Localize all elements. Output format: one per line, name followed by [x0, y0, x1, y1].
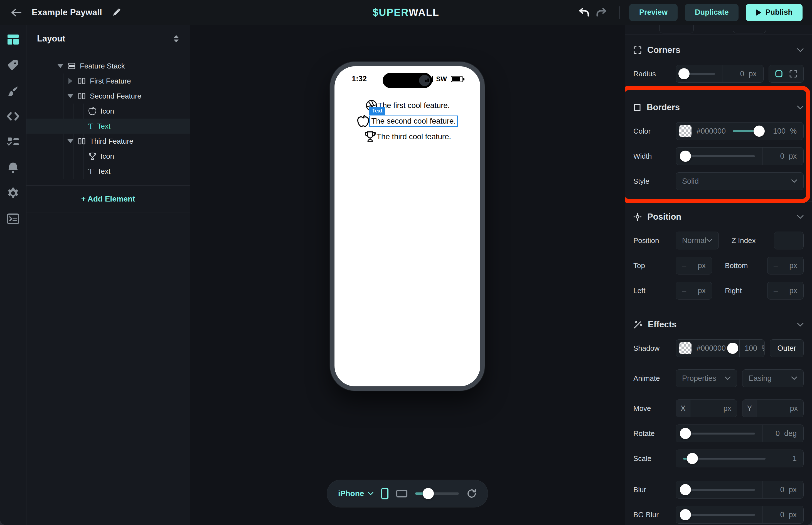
tree-item-icon[interactable]: Icon: [27, 104, 190, 119]
radius-slider[interactable]: [676, 73, 722, 75]
undo-icon[interactable]: [579, 7, 589, 17]
add-element-button[interactable]: + Add Element: [27, 186, 190, 212]
border-width-input[interactable]: 0px: [762, 148, 803, 165]
chevron-down-icon: [791, 179, 797, 183]
paintbrush-icon[interactable]: [6, 84, 20, 97]
portrait-orientation-button[interactable]: [381, 488, 388, 499]
blur-input[interactable]: 0px: [762, 481, 803, 498]
canvas[interactable]: 1:32 SW The first cool feature.: [190, 25, 625, 525]
zoom-slider-thumb[interactable]: [423, 488, 434, 499]
shadow-color-control: #000000 100%: [676, 339, 765, 357]
blur-slider[interactable]: [676, 489, 762, 491]
text-icon: T: [88, 122, 93, 130]
tree-item-feature-stack[interactable]: Feature Stack: [27, 58, 190, 74]
sort-icon[interactable]: [173, 34, 179, 43]
expand-arrow-icon[interactable]: [67, 94, 73, 98]
shadow-opacity-slider[interactable]: [726, 340, 739, 357]
border-opacity-input[interactable]: 100%: [767, 122, 803, 140]
per-corner-radius-icon[interactable]: [789, 70, 798, 78]
iphone-preview-frame: 1:32 SW The first cool feature.: [330, 62, 485, 391]
tree-item-first-feature[interactable]: First Feature: [27, 74, 190, 89]
shadow-opacity-input[interactable]: 100%: [739, 340, 765, 357]
tree-item-icon[interactable]: Icon: [27, 149, 190, 164]
border-color-hex[interactable]: #000000: [696, 127, 726, 136]
edit-title-pencil-icon[interactable]: [112, 8, 121, 17]
top-input[interactable]: –px: [676, 257, 712, 274]
back-icon[interactable]: [11, 8, 22, 17]
blur-label: Blur: [633, 485, 676, 494]
move-label: Move: [633, 404, 676, 413]
gear-icon[interactable]: [6, 186, 20, 200]
bgblur-input[interactable]: 0px: [762, 506, 803, 523]
tree-item-text[interactable]: T Text: [27, 164, 190, 179]
expand-arrow-icon[interactable]: [67, 139, 73, 143]
move-x-input[interactable]: X – px: [676, 400, 737, 417]
move-y-input[interactable]: Y – px: [742, 400, 804, 417]
border-color-swatch-group[interactable]: #000000: [676, 122, 726, 140]
rotate-label: Rotate: [633, 429, 676, 438]
apple-icon: [357, 115, 369, 128]
status-bar: 1:32 SW: [335, 75, 480, 83]
collapse-arrow-icon[interactable]: [67, 78, 73, 84]
layout-icon[interactable]: [6, 33, 20, 46]
columns-icon: [78, 92, 86, 100]
tag-icon[interactable]: [6, 58, 20, 72]
carrier-label: SW: [436, 75, 447, 83]
checklist-icon[interactable]: [6, 135, 20, 149]
tree-item-text-selected[interactable]: T Text: [27, 119, 190, 134]
chevron-down-icon[interactable]: [797, 105, 804, 110]
position-select[interactable]: Normal: [676, 231, 719, 250]
scale-control: 1: [676, 450, 804, 467]
bottom-input[interactable]: –px: [767, 257, 804, 274]
feature-row-third[interactable]: The third cool feature.: [364, 130, 451, 143]
device-select[interactable]: iPhone: [338, 489, 373, 498]
feature-row-second-selected[interactable]: TextThe second cool feature.: [357, 115, 458, 128]
chevron-down-icon[interactable]: [797, 215, 804, 219]
zindex-input[interactable]: [774, 231, 804, 250]
zoom-slider[interactable]: [415, 492, 459, 495]
chevron-down-icon[interactable]: [797, 322, 804, 327]
border-width-slider[interactable]: [676, 155, 762, 157]
animate-easing-select[interactable]: Easing: [742, 370, 804, 387]
border-opacity-slider[interactable]: [726, 122, 767, 140]
tree-item-third-feature[interactable]: Third Feature: [27, 134, 190, 149]
rotate-slider[interactable]: [676, 433, 762, 435]
tree-item-second-feature[interactable]: Second Feature: [27, 89, 190, 104]
chevron-down-icon[interactable]: [797, 48, 804, 52]
code-icon[interactable]: [6, 110, 20, 123]
inspector-panel: Corners Radius 0px: [625, 25, 812, 525]
shadow-swatch-group[interactable]: #000000: [676, 340, 726, 357]
refresh-icon[interactable]: [467, 489, 477, 498]
landscape-orientation-button[interactable]: [396, 490, 408, 497]
top-label: Top: [633, 261, 676, 270]
duplicate-button[interactable]: Duplicate: [685, 4, 739, 21]
border-style-select[interactable]: Solid: [676, 172, 804, 190]
left-icon-rail: [0, 25, 27, 525]
bgblur-slider[interactable]: [676, 514, 762, 516]
text-icon: T: [88, 167, 93, 175]
signal-bars-icon: [425, 76, 433, 82]
color-swatch[interactable]: [679, 342, 691, 354]
preview-button[interactable]: Preview: [629, 4, 678, 21]
bell-icon[interactable]: [6, 161, 20, 174]
shadow-mode-button[interactable]: Outer: [770, 339, 804, 357]
border-style-label: Style: [633, 177, 676, 186]
color-swatch[interactable]: [679, 125, 691, 137]
terminal-icon[interactable]: [6, 212, 20, 225]
scale-input[interactable]: 1: [773, 450, 803, 467]
radius-input[interactable]: 0px: [722, 65, 763, 82]
trophy-icon: [364, 130, 377, 143]
paywall-screen[interactable]: 1:32 SW The first cool feature.: [335, 66, 480, 386]
scale-slider[interactable]: [676, 457, 773, 460]
redo-icon[interactable]: [596, 7, 607, 17]
shadow-color-hex[interactable]: #000000: [696, 344, 726, 353]
right-input[interactable]: –px: [767, 282, 804, 300]
radius-mode-toggle: [769, 65, 804, 83]
section-title: Borders: [647, 102, 792, 112]
publish-button[interactable]: Publish: [746, 4, 802, 21]
left-input[interactable]: –px: [676, 282, 712, 300]
uniform-radius-icon[interactable]: [775, 70, 783, 78]
rotate-input[interactable]: 0deg: [762, 425, 803, 442]
expand-arrow-icon[interactable]: [58, 64, 63, 68]
animate-properties-select[interactable]: Properties: [676, 370, 737, 387]
